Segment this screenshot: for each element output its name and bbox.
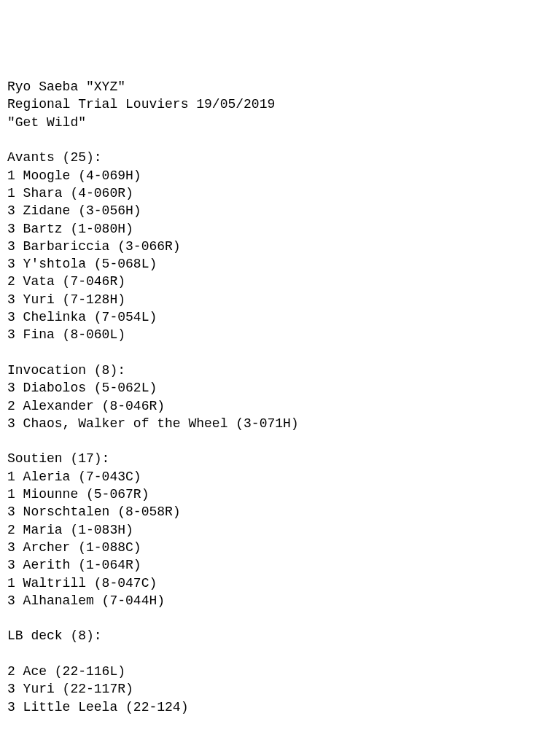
card-line: 3 Aerith (1-064R) [7,556,534,574]
card-line: 3 Diabolos (5-062L) [7,379,534,397]
blank-line [7,432,534,450]
event-line: Regional Trial Louviers 19/05/2019 [7,96,534,113]
card-line: 1 Aleria (7-043C) [7,468,534,486]
blank-line [7,344,534,362]
section-title: Avants (25): [7,149,534,166]
card-line: 3 Bartz (1-080H) [7,220,534,238]
section-title: Invocation (8): [7,362,534,379]
card-line: 3 Archer (1-088C) [7,539,534,556]
sections-container: Avants (25):1 Moogle (4-069H)1 Shara (4-… [7,149,534,716]
card-line: 2 Vata (7-046R) [7,273,534,290]
card-line: 1 Waltrill (8-047C) [7,574,534,592]
card-line: 3 Chelinka (7-054L) [7,308,534,326]
section-title: Soutien (17): [7,450,534,467]
deckname-line: "Get Wild" [7,114,534,131]
card-line: 1 Shara (4-060R) [7,184,534,202]
card-line: 3 Barbariccia (3-066R) [7,238,534,255]
card-line: 3 Alhanalem (7-044H) [7,592,534,609]
card-line: 2 Maria (1-083H) [7,521,534,539]
card-line: 3 Fina (8-060L) [7,326,534,343]
player-line: Ryo Saeba "XYZ" [7,78,534,96]
card-line: 2 Ace (22-116L) [7,663,534,680]
card-line: 3 Chaos, Walker of the Wheel (3-071H) [7,415,534,432]
card-line: 3 Y'shtola (5-068L) [7,255,534,273]
blank-line [7,609,534,627]
card-line: 3 Yuri (7-128H) [7,291,534,308]
card-line: 1 Moogle (4-069H) [7,167,534,184]
blank-line [7,131,534,149]
blank-line [7,645,534,663]
card-line: 2 Alexander (8-046R) [7,397,534,415]
card-line: 1 Miounne (5-067R) [7,486,534,503]
card-line: 3 Yuri (22-117R) [7,680,534,698]
card-line: 3 Zidane (3-056H) [7,202,534,219]
section-title: LB deck (8): [7,627,534,644]
card-line: 3 Little Leela (22-124) [7,698,534,716]
card-line: 3 Norschtalen (8-058R) [7,503,534,521]
